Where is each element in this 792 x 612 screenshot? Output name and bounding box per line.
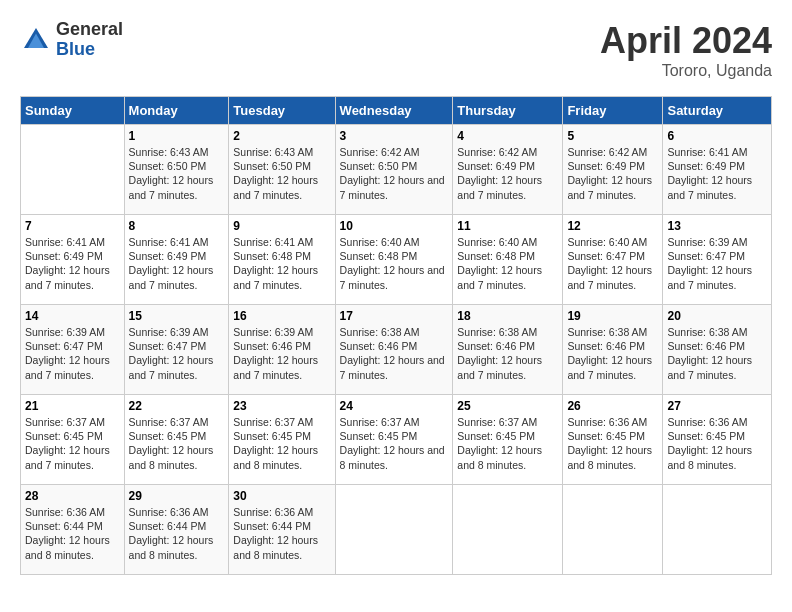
calendar-cell: 19Sunrise: 6:38 AMSunset: 6:46 PMDayligh… — [563, 305, 663, 395]
day-number: 27 — [667, 399, 767, 413]
day-info: Sunrise: 6:39 AMSunset: 6:47 PMDaylight:… — [667, 235, 767, 292]
day-number: 7 — [25, 219, 120, 233]
day-number: 5 — [567, 129, 658, 143]
header-row: SundayMondayTuesdayWednesdayThursdayFrid… — [21, 97, 772, 125]
calendar-cell: 1Sunrise: 6:43 AMSunset: 6:50 PMDaylight… — [124, 125, 229, 215]
day-info: Sunrise: 6:42 AMSunset: 6:49 PMDaylight:… — [457, 145, 558, 202]
day-info: Sunrise: 6:39 AMSunset: 6:47 PMDaylight:… — [129, 325, 225, 382]
calendar-table: SundayMondayTuesdayWednesdayThursdayFrid… — [20, 96, 772, 575]
day-number: 18 — [457, 309, 558, 323]
week-row-3: 14Sunrise: 6:39 AMSunset: 6:47 PMDayligh… — [21, 305, 772, 395]
header-cell-wednesday: Wednesday — [335, 97, 453, 125]
day-info: Sunrise: 6:40 AMSunset: 6:48 PMDaylight:… — [457, 235, 558, 292]
day-number: 8 — [129, 219, 225, 233]
calendar-cell — [663, 485, 772, 575]
day-info: Sunrise: 6:37 AMSunset: 6:45 PMDaylight:… — [340, 415, 449, 472]
calendar-cell: 10Sunrise: 6:40 AMSunset: 6:48 PMDayligh… — [335, 215, 453, 305]
calendar-cell: 12Sunrise: 6:40 AMSunset: 6:47 PMDayligh… — [563, 215, 663, 305]
calendar-cell — [335, 485, 453, 575]
calendar-cell: 27Sunrise: 6:36 AMSunset: 6:45 PMDayligh… — [663, 395, 772, 485]
calendar-title: April 2024 — [600, 20, 772, 62]
day-number: 28 — [25, 489, 120, 503]
calendar-cell: 29Sunrise: 6:36 AMSunset: 6:44 PMDayligh… — [124, 485, 229, 575]
day-info: Sunrise: 6:39 AMSunset: 6:46 PMDaylight:… — [233, 325, 330, 382]
day-info: Sunrise: 6:36 AMSunset: 6:44 PMDaylight:… — [129, 505, 225, 562]
day-info: Sunrise: 6:36 AMSunset: 6:45 PMDaylight:… — [567, 415, 658, 472]
week-row-1: 1Sunrise: 6:43 AMSunset: 6:50 PMDaylight… — [21, 125, 772, 215]
header-cell-saturday: Saturday — [663, 97, 772, 125]
day-info: Sunrise: 6:37 AMSunset: 6:45 PMDaylight:… — [233, 415, 330, 472]
calendar-cell: 4Sunrise: 6:42 AMSunset: 6:49 PMDaylight… — [453, 125, 563, 215]
day-info: Sunrise: 6:38 AMSunset: 6:46 PMDaylight:… — [567, 325, 658, 382]
calendar-cell: 30Sunrise: 6:36 AMSunset: 6:44 PMDayligh… — [229, 485, 335, 575]
calendar-cell: 25Sunrise: 6:37 AMSunset: 6:45 PMDayligh… — [453, 395, 563, 485]
day-info: Sunrise: 6:41 AMSunset: 6:48 PMDaylight:… — [233, 235, 330, 292]
day-info: Sunrise: 6:36 AMSunset: 6:44 PMDaylight:… — [25, 505, 120, 562]
day-number: 22 — [129, 399, 225, 413]
header-cell-friday: Friday — [563, 97, 663, 125]
day-number: 11 — [457, 219, 558, 233]
day-number: 30 — [233, 489, 330, 503]
day-info: Sunrise: 6:41 AMSunset: 6:49 PMDaylight:… — [25, 235, 120, 292]
calendar-cell: 20Sunrise: 6:38 AMSunset: 6:46 PMDayligh… — [663, 305, 772, 395]
calendar-cell — [21, 125, 125, 215]
day-number: 4 — [457, 129, 558, 143]
logo-text: General Blue — [56, 20, 123, 60]
week-row-5: 28Sunrise: 6:36 AMSunset: 6:44 PMDayligh… — [21, 485, 772, 575]
calendar-cell: 3Sunrise: 6:42 AMSunset: 6:50 PMDaylight… — [335, 125, 453, 215]
calendar-cell: 21Sunrise: 6:37 AMSunset: 6:45 PMDayligh… — [21, 395, 125, 485]
day-info: Sunrise: 6:37 AMSunset: 6:45 PMDaylight:… — [25, 415, 120, 472]
calendar-cell — [563, 485, 663, 575]
calendar-cell — [453, 485, 563, 575]
header-cell-sunday: Sunday — [21, 97, 125, 125]
day-info: Sunrise: 6:43 AMSunset: 6:50 PMDaylight:… — [233, 145, 330, 202]
title-block: April 2024 Tororo, Uganda — [600, 20, 772, 80]
calendar-cell: 24Sunrise: 6:37 AMSunset: 6:45 PMDayligh… — [335, 395, 453, 485]
day-info: Sunrise: 6:41 AMSunset: 6:49 PMDaylight:… — [129, 235, 225, 292]
day-info: Sunrise: 6:38 AMSunset: 6:46 PMDaylight:… — [340, 325, 449, 382]
calendar-header: SundayMondayTuesdayWednesdayThursdayFrid… — [21, 97, 772, 125]
calendar-cell: 13Sunrise: 6:39 AMSunset: 6:47 PMDayligh… — [663, 215, 772, 305]
calendar-cell: 11Sunrise: 6:40 AMSunset: 6:48 PMDayligh… — [453, 215, 563, 305]
day-info: Sunrise: 6:36 AMSunset: 6:44 PMDaylight:… — [233, 505, 330, 562]
calendar-body: 1Sunrise: 6:43 AMSunset: 6:50 PMDaylight… — [21, 125, 772, 575]
calendar-cell: 14Sunrise: 6:39 AMSunset: 6:47 PMDayligh… — [21, 305, 125, 395]
logo: General Blue — [20, 20, 123, 60]
page-header: General Blue April 2024 Tororo, Uganda — [20, 20, 772, 80]
day-number: 23 — [233, 399, 330, 413]
calendar-cell: 8Sunrise: 6:41 AMSunset: 6:49 PMDaylight… — [124, 215, 229, 305]
day-info: Sunrise: 6:39 AMSunset: 6:47 PMDaylight:… — [25, 325, 120, 382]
week-row-2: 7Sunrise: 6:41 AMSunset: 6:49 PMDaylight… — [21, 215, 772, 305]
day-info: Sunrise: 6:37 AMSunset: 6:45 PMDaylight:… — [457, 415, 558, 472]
calendar-cell: 22Sunrise: 6:37 AMSunset: 6:45 PMDayligh… — [124, 395, 229, 485]
day-number: 3 — [340, 129, 449, 143]
day-number: 16 — [233, 309, 330, 323]
day-number: 2 — [233, 129, 330, 143]
day-info: Sunrise: 6:41 AMSunset: 6:49 PMDaylight:… — [667, 145, 767, 202]
calendar-cell: 16Sunrise: 6:39 AMSunset: 6:46 PMDayligh… — [229, 305, 335, 395]
day-number: 17 — [340, 309, 449, 323]
day-number: 1 — [129, 129, 225, 143]
day-number: 9 — [233, 219, 330, 233]
logo-blue: Blue — [56, 40, 123, 60]
calendar-cell: 26Sunrise: 6:36 AMSunset: 6:45 PMDayligh… — [563, 395, 663, 485]
calendar-cell: 18Sunrise: 6:38 AMSunset: 6:46 PMDayligh… — [453, 305, 563, 395]
day-info: Sunrise: 6:40 AMSunset: 6:48 PMDaylight:… — [340, 235, 449, 292]
day-info: Sunrise: 6:37 AMSunset: 6:45 PMDaylight:… — [129, 415, 225, 472]
logo-icon — [20, 24, 52, 56]
calendar-cell: 28Sunrise: 6:36 AMSunset: 6:44 PMDayligh… — [21, 485, 125, 575]
day-info: Sunrise: 6:36 AMSunset: 6:45 PMDaylight:… — [667, 415, 767, 472]
logo-general: General — [56, 20, 123, 40]
day-number: 24 — [340, 399, 449, 413]
week-row-4: 21Sunrise: 6:37 AMSunset: 6:45 PMDayligh… — [21, 395, 772, 485]
day-number: 26 — [567, 399, 658, 413]
day-info: Sunrise: 6:42 AMSunset: 6:49 PMDaylight:… — [567, 145, 658, 202]
day-number: 20 — [667, 309, 767, 323]
day-info: Sunrise: 6:40 AMSunset: 6:47 PMDaylight:… — [567, 235, 658, 292]
day-info: Sunrise: 6:42 AMSunset: 6:50 PMDaylight:… — [340, 145, 449, 202]
day-info: Sunrise: 6:38 AMSunset: 6:46 PMDaylight:… — [457, 325, 558, 382]
day-number: 10 — [340, 219, 449, 233]
calendar-cell: 2Sunrise: 6:43 AMSunset: 6:50 PMDaylight… — [229, 125, 335, 215]
day-number: 19 — [567, 309, 658, 323]
calendar-cell: 5Sunrise: 6:42 AMSunset: 6:49 PMDaylight… — [563, 125, 663, 215]
